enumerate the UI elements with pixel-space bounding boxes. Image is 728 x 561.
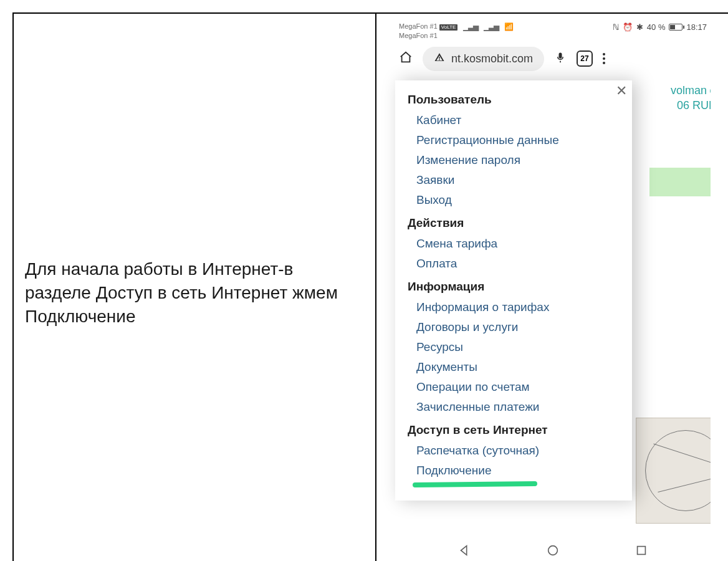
menu-item-payment[interactable]: Оплата (408, 254, 622, 274)
tab-count[interactable]: 27 (577, 50, 593, 67)
menu-item-tariff-info[interactable]: Информация о тарифах (408, 297, 622, 317)
mic-icon[interactable] (554, 51, 567, 66)
menu-item-password[interactable]: Изменение пароля (408, 150, 622, 170)
menu-item-resources[interactable]: Ресурсы (408, 337, 622, 357)
menu-item-payments-in[interactable]: Зачисленные платежи (408, 397, 622, 417)
document-table: Для начала работы в Интернет-в разделе Д… (12, 12, 728, 561)
menu-section-actions: Действия (408, 216, 622, 230)
alarm-icon: ⏰ (623, 22, 633, 32)
wifi-icon: 📶 (504, 22, 513, 32)
svg-rect-0 (559, 53, 562, 59)
close-icon[interactable]: ✕ (616, 83, 627, 99)
page-content: volman ⎋ 06 RUR ✕ Пользователь Кабинет Р… (395, 80, 711, 532)
menu-item-connection[interactable]: Подключение (408, 461, 622, 481)
nfc-icon: ℕ (613, 22, 619, 32)
menu-item-operations[interactable]: Операции по счетам (408, 377, 622, 397)
svg-rect-2 (638, 547, 646, 555)
status-right: ℕ ⏰ ✱ 40 % 18:17 (613, 22, 707, 32)
signal-icon-1: ▁▃▅ (463, 22, 478, 32)
browser-bar: nt.kosmobit.com 27 (395, 44, 711, 80)
bluetooth-icon: ✱ (636, 22, 643, 32)
recent-apps-icon[interactable] (635, 544, 648, 560)
instruction-text: Для начала работы в Интернет-в разделе Д… (25, 257, 364, 328)
signal-icon-2: ▁▃▅ (484, 22, 499, 32)
menu-item-contracts[interactable]: Договоры и услуги (408, 317, 622, 337)
svg-point-1 (548, 546, 558, 555)
menu-item-documents[interactable]: Документы (408, 357, 622, 377)
menu-item-tariff-change[interactable]: Смена тарифа (408, 234, 622, 254)
carrier-2: MegaFon #1 (399, 32, 513, 41)
highlight-underline (413, 481, 537, 487)
url-text: nt.kosmobit.com (451, 52, 533, 65)
home-icon[interactable] (399, 50, 413, 67)
not-secure-icon (434, 52, 445, 66)
carrier-1: MegaFon #1 (399, 22, 438, 30)
phone-screen: MegaFon #1 VoLTE ▁▃▅ ▁▃▅ 📶 MegaFon #1 ℕ … (395, 22, 711, 561)
menu-section-user: Пользователь (408, 93, 622, 107)
battery-percent: 40 % (647, 22, 666, 32)
green-banner (649, 168, 711, 196)
battery-icon (669, 24, 682, 31)
menu-section-info: Информация (408, 280, 622, 294)
menu-section-internet: Доступ в сеть Интернет (408, 423, 622, 437)
home-nav-icon[interactable] (546, 544, 560, 560)
menu-item-cabinet[interactable]: Кабинет (408, 110, 622, 130)
menu-item-requests[interactable]: Заявки (408, 170, 622, 190)
back-icon[interactable] (457, 544, 471, 560)
menu-item-logout[interactable]: Выход (408, 190, 622, 210)
clock: 18:17 (686, 22, 707, 32)
screenshot-cell: MegaFon #1 VoLTE ▁▃▅ ▁▃▅ 📶 MegaFon #1 ℕ … (376, 14, 728, 561)
instruction-cell: Для начала работы в Интернет-в разделе Д… (14, 14, 376, 561)
menu-item-daily-report[interactable]: Распечатка (суточная) (408, 441, 622, 461)
side-menu: ✕ Пользователь Кабинет Регистрационные д… (395, 80, 632, 501)
android-navbar (395, 532, 711, 561)
decorative-image (636, 418, 711, 524)
volte-badge: VoLTE (439, 24, 457, 31)
overflow-menu-icon[interactable] (603, 53, 605, 64)
account-widget: volman ⎋ 06 RUR (671, 83, 711, 113)
status-left: MegaFon #1 VoLTE ▁▃▅ ▁▃▅ 📶 MegaFon #1 (399, 22, 513, 41)
menu-item-regdata[interactable]: Регистрационные данные (408, 130, 622, 150)
status-bar: MegaFon #1 VoLTE ▁▃▅ ▁▃▅ 📶 MegaFon #1 ℕ … (395, 22, 711, 44)
logout-icon[interactable]: ⎋ (710, 84, 711, 97)
address-bar[interactable]: nt.kosmobit.com (423, 47, 544, 71)
